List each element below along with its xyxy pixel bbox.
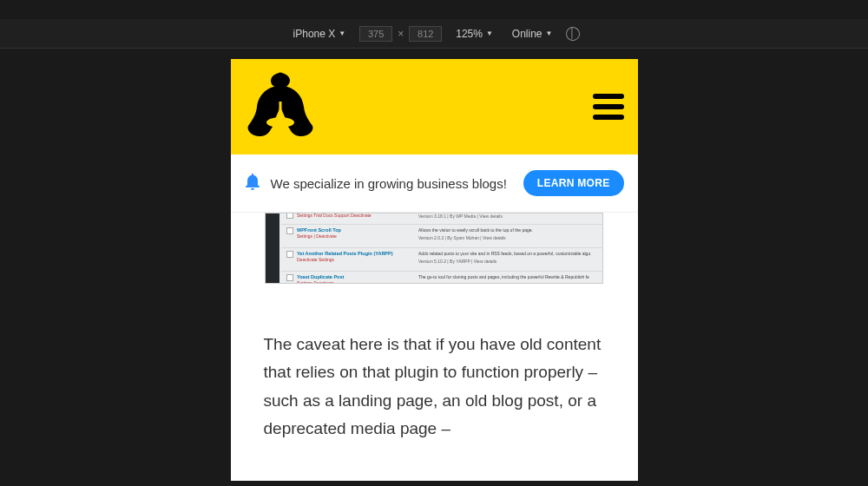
svg-rect-3: [279, 102, 281, 110]
plugins-screenshot: Settings Trial Docs Support Deactivate V…: [265, 213, 603, 284]
throttle-selector[interactable]: Online ▼: [507, 26, 558, 42]
width-input[interactable]: [359, 26, 392, 42]
bell-icon: [245, 173, 260, 194]
caret-down-icon: ▼: [339, 30, 345, 37]
notice-bar: We specialize in growing business blogs!…: [231, 154, 638, 213]
zoom-value: 125%: [456, 28, 483, 40]
dimensions-group: ×: [359, 26, 442, 42]
learn-more-button[interactable]: LEARN MORE: [523, 170, 624, 196]
hamburger-menu-icon[interactable]: [593, 94, 624, 120]
rotate-icon[interactable]: [564, 24, 582, 43]
notice-text: We specialize in growing business blogs!: [271, 176, 513, 191]
device-viewport: We specialize in growing business blogs!…: [231, 59, 638, 481]
caret-down-icon: ▼: [486, 30, 493, 37]
site-logo[interactable]: [245, 72, 316, 141]
devtools-top-gap: [0, 0, 868, 19]
svg-point-1: [277, 73, 283, 79]
dimension-separator: ×: [398, 28, 404, 40]
viewport-wrap: We specialize in growing business blogs!…: [0, 59, 868, 481]
zoom-selector[interactable]: 125% ▼: [450, 26, 498, 42]
article-content: Settings Trial Docs Support Deactivate V…: [231, 213, 638, 460]
article-paragraph: The caveat here is that if you have old …: [264, 331, 605, 443]
ruler: [0, 52, 868, 59]
device-name: iPhone X: [293, 28, 336, 40]
height-input[interactable]: [409, 26, 442, 42]
caret-down-icon: ▼: [546, 30, 553, 37]
device-selector[interactable]: iPhone X ▼: [288, 26, 352, 42]
device-toolbar: iPhone X ▼ × 125% ▼ Online ▼: [0, 19, 868, 49]
site-header: [231, 59, 638, 154]
throttle-value: Online: [512, 28, 542, 40]
